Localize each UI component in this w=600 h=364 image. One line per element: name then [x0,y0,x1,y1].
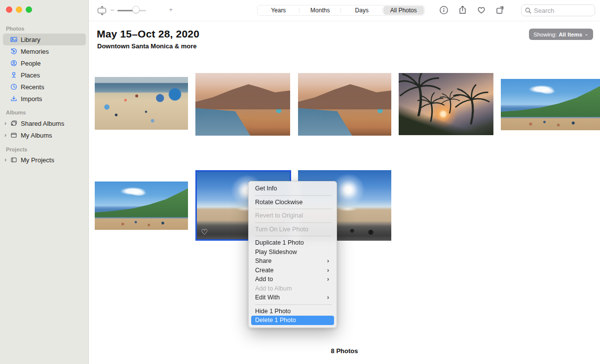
favorite-heart-icon: ♡ [201,228,208,236]
menu-separator [255,222,332,223]
chevron-right-icon[interactable]: › [4,120,9,126]
photo-thumbnail-lake-beach-2[interactable] [95,182,188,230]
menu-item-get-info[interactable]: Get Info [251,184,334,193]
tab-months[interactable]: Months [300,6,341,15]
menu-item-create[interactable]: Create› [251,266,334,275]
imports-icon [10,95,18,103]
photo-thumbnail-lake-beach[interactable] [501,79,600,130]
tab-years[interactable]: Years [258,6,299,15]
submenu-arrow-icon: › [327,293,329,302]
sidebar-item-label: Places [21,72,40,79]
share-button[interactable] [457,4,468,16]
sidebar-section-photos: Photos [6,26,24,32]
tab-days[interactable]: Days [341,6,382,15]
heart-icon [477,5,486,15]
submenu-arrow-icon: › [327,256,329,266]
submenu-arrow-icon: › [327,275,329,284]
shared-albums-icon [10,119,18,127]
my-projects-icon [10,156,18,164]
menu-item-edit-with[interactable]: Edit With› [251,293,334,302]
photo-thumbnail-palm-trees-sunset[interactable] [399,73,493,135]
toolbar: – + Years Months Days All Photos [89,0,600,21]
search-input[interactable] [534,7,588,14]
photo-grid-area: May 15–Oct 28, 2020 Downtown Santa Monic… [89,21,600,364]
zoom-to-fit-icon[interactable] [97,6,107,15]
thumbnail-zoom-slider[interactable]: – + [111,5,175,16]
sidebar-item-library[interactable]: Library [3,34,86,45]
sidebar-item-label: My Projects [21,156,54,164]
photo-thumbnail-sunset-beach-duplicate[interactable] [298,73,391,136]
sidebar-item-my-projects[interactable]: › My Projects [3,154,86,166]
my-albums-icon [10,131,18,139]
menu-item-rotate-clockwise[interactable]: Rotate Clockwise [251,198,334,207]
sidebar-item-label: My Albums [21,132,52,139]
sidebar-item-shared-albums[interactable]: › Shared Albums [3,117,86,129]
showing-filter-button[interactable]: Showing: All Items ⌄ [529,29,593,40]
recents-icon [10,83,18,91]
chevron-right-icon[interactable]: › [4,157,9,163]
menu-item-play-slideshow[interactable]: Play Slideshow [251,248,334,257]
sidebar-item-recents[interactable]: Recents [3,81,86,93]
menu-item-share[interactable]: Share› [251,256,334,266]
chevron-down-icon: ⌄ [584,31,588,36]
search-icon [525,7,531,14]
rotate-button[interactable] [494,4,506,16]
places-icon [10,71,18,79]
menu-separator [255,195,332,196]
sidebar-item-label: Imports [21,95,42,103]
people-icon [10,59,18,67]
palm-trees-graphic [399,73,493,135]
chevron-right-icon[interactable]: › [4,132,9,138]
share-icon [458,5,467,15]
sidebar-item-label: People [21,60,40,67]
menu-item-turn-on-live-photo: Turn On Live Photo [251,225,334,234]
photo-count-label: 8 Photos [89,347,600,355]
close-window-button[interactable] [6,6,12,13]
view-segmented-control: Years Months Days All Photos [257,5,425,16]
sidebar-item-my-albums[interactable]: › My Albums [3,129,86,141]
menu-separator [255,304,332,305]
window-controls [6,6,32,13]
library-icon [10,36,18,43]
menu-item-delete-1-photo[interactable]: Delete 1 Photo [251,316,334,325]
zoom-out-icon[interactable]: – [111,6,114,13]
showing-value: All Items [559,32,582,37]
sidebar-item-label: Memories [21,48,49,55]
info-icon [439,5,449,15]
menu-item-duplicate-1-photo[interactable]: Duplicate 1 Photo [251,238,334,248]
photo-thumbnail-sunset-beach[interactable] [195,73,290,136]
photos-app-window: Photos Library Memories People [0,0,600,364]
rotate-icon [495,5,505,15]
menu-separator [255,236,332,236]
location-subtitle: Downtown Santa Monica & more [97,42,197,50]
date-range-title: May 15–Oct 28, 2020 [97,28,199,40]
menu-item-revert-to-original: Revert to Original [251,211,334,220]
sidebar-item-people[interactable]: People [3,57,86,69]
zoom-in-icon[interactable]: + [169,6,173,13]
sidebar-section-albums: Albums [6,109,26,115]
showing-label: Showing: [533,32,557,37]
photo-thumbnail-crowded-beach[interactable] [95,77,188,130]
sidebar-section-projects: Projects [6,146,27,152]
submenu-arrow-icon: › [327,266,329,275]
sidebar: Photos Library Memories People [0,0,89,364]
menu-item-add-to[interactable]: Add to› [251,275,334,284]
context-menu: Get Info Rotate Clockwise Revert to Orig… [248,181,337,328]
menu-separator [255,209,332,209]
search-field[interactable] [521,4,595,16]
slider-thumb[interactable] [132,6,140,13]
menu-item-add-to-album: Add to Album [251,284,334,293]
zoom-window-button[interactable] [26,6,32,13]
sidebar-item-label: Library [21,36,40,43]
sidebar-item-places[interactable]: Places [3,69,86,81]
info-button[interactable] [438,4,450,16]
minimize-window-button[interactable] [16,6,22,13]
slider-track[interactable] [117,10,146,11]
sidebar-item-memories[interactable]: Memories [3,45,86,57]
sidebar-item-imports[interactable]: Imports [3,93,86,105]
sidebar-item-label: Recents [21,83,44,91]
tab-all-photos[interactable]: All Photos [383,6,424,15]
favorite-button[interactable] [476,4,487,16]
menu-item-hide-1-photo[interactable]: Hide 1 Photo [251,307,334,316]
memories-icon [10,47,18,55]
